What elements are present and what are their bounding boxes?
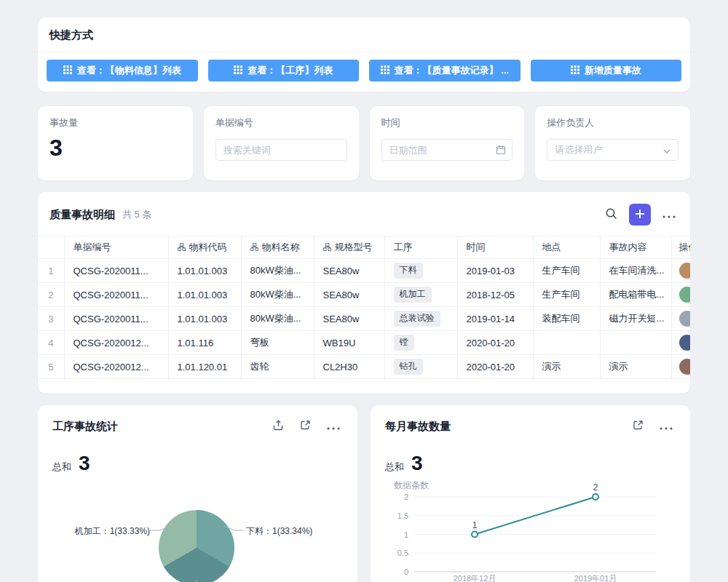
table-more-button[interactable] [660,207,678,223]
operator-select[interactable]: 请选择用户 [547,139,678,161]
accident-count-card: 事故量 3 [38,106,193,180]
svg-text:1: 1 [472,520,478,530]
shortcut-button-label: 查看：【物料信息】列表 [77,64,181,77]
pie-card-title: 工序事故统计 [52,420,270,434]
pie-more-button[interactable] [324,418,343,435]
accident-count-value: 3 [50,136,181,159]
process-stats-card: 工序事故统计 总和 3 机加工：1(33.33%) 下料： [38,405,357,582]
expand-button[interactable] [630,417,646,436]
relation-icon [178,242,186,253]
more-icon [660,421,673,432]
svg-text:2: 2 [404,493,408,501]
relation-icon [250,242,258,253]
table-row[interactable]: 4QCSG-2020012...1.01.116弯板WB19U镗2020-01-… [38,331,690,355]
pie-label-xialiao: 下料：1(33.34%) [246,525,312,538]
table-title: 质量事故明细 [50,208,115,222]
time-filter-card: 时间 [370,106,525,180]
grid-icon [571,65,579,76]
accident-detail-card: 质量事故明细 共 5 条 单据编号 物料 [38,192,690,394]
charts-row: 工序事故统计 总和 3 机加工：1(33.33%) 下料： [38,405,690,582]
svg-text:1: 1 [404,530,408,539]
svg-text:0.5: 0.5 [397,549,408,557]
operator-filter-label: 操作负责人 [547,116,678,129]
shortcut-view-material-list-button[interactable]: 查看：【物料信息】列表 [47,60,198,81]
export-icon [273,420,284,433]
add-record-button[interactable] [629,204,651,226]
shortcut-view-process-list-button[interactable]: 查看：【工序】列表 [208,60,360,81]
doc-number-filter-card: 单据编号 [204,106,359,180]
grid-icon [381,65,389,76]
pie-chart-area: 机加工：1(33.33%) 下料：1(33.34%) 总装试验：1(33.33%… [52,479,343,582]
line-chart: 00.511.5212018年12月22019年01月数据条数时间（月） [385,479,676,582]
column-header-name: 物料名称 [241,236,314,259]
column-header-process: 工序 [384,236,457,259]
doc-number-label: 单据编号 [215,116,347,129]
process-tag: 镗 [394,335,414,351]
more-icon [327,421,340,432]
accident-table: 单据编号 物料代码 物料名称 规格型号 工序 时间 地点 事故内容 操作负责人 … [38,236,690,379]
svg-text:2: 2 [593,482,598,493]
more-icon [662,210,676,220]
monthly-count-card: 每月事故数量 总和 3 00.511.5212018年12月22019年01月数… [371,405,690,582]
shortcuts-card: 快捷方式 查看：【物料信息】列表 查看：【工序】列表 查看：【质量事故记录】 .… [38,17,690,92]
column-header-spec: 规格型号 [314,236,384,259]
accident-count-label: 事故量 [50,116,181,129]
calendar-icon[interactable] [496,145,506,155]
column-header-doc: 单据编号 [64,236,168,259]
table-row[interactable]: 1QCSG-2020011...1.01.01.00380kW柴油...SEA8… [38,259,690,283]
date-range-input[interactable] [381,139,513,161]
relation-icon [323,242,331,253]
expand-icon [300,420,311,433]
shortcut-button-label: 新增质量事故 [585,64,641,77]
plus-icon [635,209,645,221]
column-header-detail: 事故内容 [600,236,671,259]
expand-icon [633,420,644,433]
pie-label-jijiagong: 机加工：1(33.33%) [57,525,150,538]
svg-text:2019年01月: 2019年01月 [574,574,617,582]
operator-select-placeholder: 请选择用户 [555,143,602,156]
column-header-index [38,236,64,259]
column-header-code: 物料代码 [168,236,241,259]
grid-icon [234,65,242,76]
search-icon [605,207,617,222]
expand-button[interactable] [297,417,314,436]
svg-text:0: 0 [404,567,408,576]
avatar [679,263,691,279]
dashboard-page: 快捷方式 查看：【物料信息】列表 查看：【工序】列表 查看：【质量事故记录】 .… [0,0,728,582]
export-button[interactable] [270,417,287,436]
line-total-value: 3 [411,453,423,474]
search-button[interactable] [602,204,620,225]
grid-icon [63,65,72,76]
operator-filter-card: 操作负责人 请选择用户 [535,106,690,180]
shortcuts-title: 快捷方式 [38,17,690,52]
svg-text:1.5: 1.5 [397,511,408,520]
process-tag: 总装试验 [394,311,440,327]
table-row[interactable]: 2QCSG-2020011...1.01.01.00380kW柴油...SEA8… [38,283,690,307]
doc-number-search-input[interactable] [215,139,347,161]
table-row-count: 共 5 条 [122,208,151,221]
process-tag: 下料 [394,263,423,279]
avatar [679,311,691,327]
line-card-title: 每月事故数量 [385,420,630,434]
svg-text:数据条数: 数据条数 [394,480,429,490]
pie-total-value: 3 [79,453,90,474]
table-row[interactable]: 3QCSG-2020011...1.01.01.00380kW柴油...SEA8… [38,307,690,331]
shortcuts-button-row: 查看：【物料信息】列表 查看：【工序】列表 查看：【质量事故记录】 ... 新增… [38,52,690,92]
chevron-down-icon [663,143,670,156]
filter-row: 事故量 3 单据编号 时间 操作负责人 请选择用户 [38,106,690,180]
table-header-row: 单据编号 物料代码 物料名称 规格型号 工序 时间 地点 事故内容 操作负责人 [38,236,690,259]
column-header-time: 时间 [457,236,533,259]
avatar [679,359,691,375]
avatar [679,287,691,303]
column-header-place: 地点 [533,236,600,259]
pie-total-label: 总和 [52,461,71,474]
line-more-button[interactable] [657,418,676,435]
table-row[interactable]: 5QCSG-2020012...1.01.120.01齿轮CL2H30钻孔202… [38,355,690,379]
column-header-operator: 操作负责人 [671,236,690,259]
line-total-label: 总和 [385,461,404,474]
shortcut-view-accident-records-button[interactable]: 查看：【质量事故记录】 ... [369,60,521,81]
shortcut-add-accident-button[interactable]: 新增质量事故 [531,60,682,81]
time-filter-label: 时间 [381,116,513,129]
avatar [679,335,691,351]
shortcut-button-label: 查看：【质量事故记录】 ... [395,64,509,77]
